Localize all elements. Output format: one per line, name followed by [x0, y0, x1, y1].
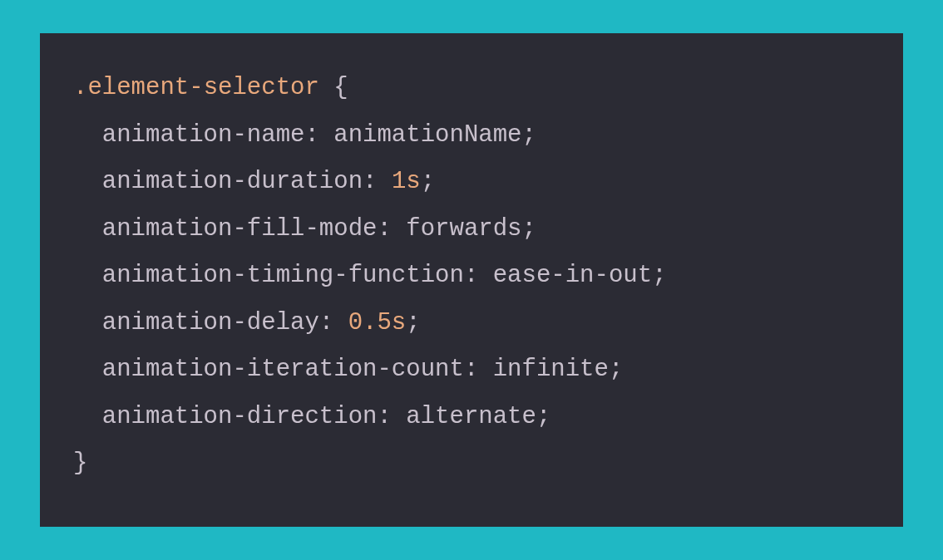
- open-brace: {: [319, 74, 348, 101]
- declaration-line: animation-delay: 0.5s;: [73, 300, 870, 347]
- css-property: animation-name: [102, 121, 305, 149]
- declaration-line: animation-iteration-count: infinite;: [73, 346, 870, 394]
- semicolon: ;: [406, 309, 420, 336]
- css-selector: .element-selector: [73, 74, 319, 101]
- colon: :: [464, 262, 493, 289]
- semicolon: ;: [652, 262, 666, 289]
- close-brace-line: }: [73, 440, 870, 488]
- css-value: animationName: [333, 121, 521, 149]
- declaration-line: animation-name: animationName;: [73, 112, 870, 160]
- css-property: animation-fill-mode: [102, 215, 378, 243]
- semicolon: ;: [421, 168, 435, 195]
- colon: :: [304, 121, 333, 149]
- colon: :: [377, 403, 406, 430]
- css-value: forwards: [406, 215, 521, 243]
- colon: :: [363, 168, 392, 195]
- code-block: .element-selector { animation-name: anim…: [40, 33, 903, 527]
- css-property: animation-duration: [102, 168, 363, 195]
- css-value: 1s: [392, 168, 421, 195]
- declaration-line: animation-direction: alternate;: [73, 394, 870, 441]
- css-value: infinite: [493, 356, 609, 383]
- css-value: 0.5s: [348, 309, 407, 336]
- declaration-line: animation-timing-function: ease-in-out;: [73, 253, 870, 300]
- colon: :: [464, 356, 493, 383]
- declaration-line: animation-fill-mode: forwards;: [73, 206, 870, 253]
- css-property: animation-delay: [102, 309, 319, 336]
- css-value: alternate: [406, 403, 536, 430]
- semicolon: ;: [522, 215, 536, 243]
- css-property: animation-direction: [102, 403, 378, 430]
- declaration-line: animation-duration: 1s;: [73, 159, 870, 206]
- css-property: animation-timing-function: [102, 262, 464, 289]
- css-property: animation-iteration-count: [102, 356, 464, 383]
- close-brace: }: [73, 449, 87, 477]
- semicolon: ;: [609, 356, 623, 383]
- selector-line: .element-selector {: [73, 65, 870, 112]
- css-value: ease-in-out: [493, 262, 652, 289]
- semicolon: ;: [536, 403, 550, 430]
- colon: :: [319, 309, 348, 336]
- colon: :: [377, 215, 406, 243]
- semicolon: ;: [522, 121, 536, 149]
